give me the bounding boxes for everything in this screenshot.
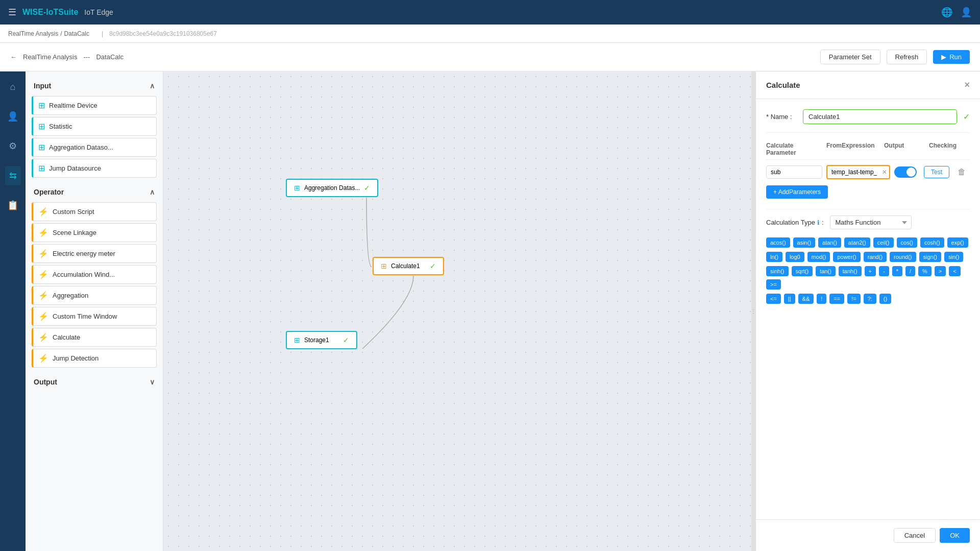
- back-arrow-icon[interactable]: ←: [10, 53, 17, 61]
- output-toggle[interactable]: [894, 166, 917, 178]
- right-panel-close-button[interactable]: ×: [964, 80, 970, 90]
- math-btn-neq[interactable]: !=: [847, 294, 860, 304]
- sidebar-item-electric-energy[interactable]: ⚡ Electric energy meter: [32, 244, 157, 263]
- math-btn-not[interactable]: !: [817, 294, 826, 304]
- breadcrumb-item1[interactable]: RealTime Analysis: [8, 30, 58, 37]
- jump-detection-icon: ⚡: [38, 353, 48, 363]
- math-btn-mod[interactable]: mod(): [807, 252, 830, 262]
- sidebar-item-aggregation[interactable]: ⚡ Aggregation: [32, 286, 157, 305]
- math-btn-eq[interactable]: ==: [829, 294, 844, 304]
- math-btn-gt[interactable]: >: [935, 266, 946, 276]
- scene-linkage-label: Scene Linkage: [53, 229, 96, 236]
- expression-clear-icon[interactable]: ✕: [882, 169, 887, 176]
- math-btn-ceil[interactable]: ceil(): [873, 237, 894, 248]
- calc-type-select[interactable]: Maths Function Custom Script: [830, 215, 912, 229]
- sidebar-item-jump-detection[interactable]: ⚡ Jump Detection: [32, 349, 157, 368]
- name-input[interactable]: [803, 109, 957, 124]
- math-buttons-row2: ln() log0 mod() power() rand() round() s…: [766, 252, 970, 262]
- math-btn-modulo[interactable]: %: [918, 266, 932, 276]
- refresh-button[interactable]: Refresh: [887, 50, 927, 64]
- operator-section-header[interactable]: Operator ∧: [32, 184, 157, 200]
- sidebar-item-statistic[interactable]: ⊞ Statistic: [32, 117, 157, 136]
- math-btn-ternary[interactable]: ?:: [864, 294, 876, 304]
- math-btn-round[interactable]: round(): [890, 252, 916, 262]
- math-btn-sinh[interactable]: sinh(): [766, 266, 789, 276]
- math-btn-divide[interactable]: /: [905, 266, 915, 276]
- param-expression-input[interactable]: [826, 165, 890, 179]
- canvas-connections: [163, 71, 751, 551]
- math-btn-plus[interactable]: +: [865, 266, 876, 276]
- math-btn-cos[interactable]: cos(): [897, 237, 917, 248]
- flow-node-calculate1[interactable]: ⊞ Calculate1 ✓: [373, 257, 444, 275]
- math-btn-acos[interactable]: acos(): [766, 237, 790, 248]
- sidebar-item-custom-time-window[interactable]: ⚡ Custom Time Window: [32, 307, 157, 326]
- math-btn-and[interactable]: &&: [798, 294, 814, 304]
- math-btn-cosh[interactable]: cosh(): [920, 237, 944, 248]
- math-btn-tanh[interactable]: tanh(): [839, 266, 862, 276]
- math-btn-or[interactable]: ||: [784, 294, 795, 304]
- math-btn-sin[interactable]: sin(): [944, 252, 963, 262]
- cancel-button[interactable]: Cancel: [894, 528, 936, 543]
- math-btn-gte[interactable]: >=: [766, 279, 781, 290]
- calc-type-info-icon[interactable]: ℹ: [817, 219, 820, 226]
- realtime-device-icon: ⊞: [38, 101, 45, 110]
- canvas-area[interactable]: ⊞ Aggregation Datas... ✓ ⊞ Calculate1 ✓ …: [163, 71, 751, 551]
- parameter-set-button[interactable]: Parameter Set: [820, 50, 880, 64]
- nav-doc-icon[interactable]: 📋: [3, 196, 22, 215]
- ok-button[interactable]: OK: [940, 528, 970, 543]
- math-btn-power[interactable]: power(): [833, 252, 860, 262]
- math-btn-log0[interactable]: log0: [786, 252, 804, 262]
- math-btn-sqrt[interactable]: sqrt(): [792, 266, 813, 276]
- math-btn-atan2[interactable]: atan2(): [844, 237, 870, 248]
- sidebar-item-accumulation-wind[interactable]: ⚡ Accumulation Wind...: [32, 265, 157, 284]
- action-nav1[interactable]: RealTime Analysis: [23, 53, 77, 61]
- name-label: * Name :: [766, 113, 797, 121]
- breadcrumb-sep1: /: [60, 30, 62, 37]
- resize-handle[interactable]: ⋮: [751, 71, 755, 551]
- custom-script-icon: ⚡: [38, 207, 48, 217]
- run-button[interactable]: ▶ Run: [933, 50, 970, 64]
- statistic-icon: ⊞: [38, 122, 45, 131]
- sidebar-item-aggregation-datasource[interactable]: ⊞ Aggregation Dataso...: [32, 138, 157, 157]
- user-icon[interactable]: 👤: [961, 7, 972, 18]
- math-btn-lte[interactable]: <=: [766, 294, 781, 304]
- sidebar-item-scene-linkage[interactable]: ⚡ Scene Linkage: [32, 223, 157, 242]
- nav-settings-icon[interactable]: ⚙: [5, 136, 21, 156]
- input-section-header[interactable]: Input ∧: [32, 78, 157, 94]
- math-btn-rand[interactable]: rand(): [864, 252, 887, 262]
- math-btn-tan[interactable]: tan(): [816, 266, 836, 276]
- breadcrumb-item2[interactable]: DataCalc: [64, 30, 89, 37]
- nav-home-icon[interactable]: ⌂: [6, 78, 20, 97]
- storage1-node-check-icon: ✓: [343, 336, 349, 344]
- math-btn-exp[interactable]: exp(): [947, 237, 968, 248]
- nav-user-icon[interactable]: 👤: [3, 107, 22, 126]
- action-nav2[interactable]: DataCalc: [96, 53, 123, 61]
- divider1: [766, 132, 970, 133]
- aggregation-node-icon: ⊞: [294, 184, 300, 192]
- breadcrumb-id: 8c9d98bc3ee54e0a9c3c191036805e67: [109, 30, 217, 37]
- math-btn-asin[interactable]: asin(): [793, 237, 816, 248]
- sidebar-item-custom-script[interactable]: ⚡ Custom Script: [32, 202, 157, 221]
- test-button[interactable]: Test: [924, 166, 949, 178]
- output-section-header[interactable]: Output ∨: [32, 374, 157, 390]
- sidebar-item-calculate[interactable]: ⚡ Calculate: [32, 328, 157, 347]
- right-panel-footer: Cancel OK: [756, 519, 980, 551]
- math-btn-atan[interactable]: atan(): [818, 237, 841, 248]
- math-btn-ln[interactable]: ln(): [766, 252, 782, 262]
- hamburger-icon[interactable]: ☰: [8, 7, 16, 18]
- math-btn-parens[interactable]: (): [879, 294, 891, 304]
- delete-param-button[interactable]: 🗑: [953, 167, 970, 177]
- globe-icon[interactable]: 🌐: [941, 7, 952, 18]
- sidebar-item-jump-datasource[interactable]: ⊞ Jump Datasource: [32, 159, 157, 178]
- math-btn-minus[interactable]: -: [879, 266, 889, 276]
- math-btn-sign[interactable]: sign(): [919, 252, 942, 262]
- calc-type-label: Calculation Type ℹ :: [766, 219, 824, 226]
- nav-link-icon[interactable]: ⇆: [5, 166, 21, 185]
- add-parameters-button[interactable]: + AddParameters: [766, 185, 828, 199]
- math-btn-multiply[interactable]: *: [892, 266, 902, 276]
- math-btn-lt[interactable]: <: [949, 266, 960, 276]
- flow-node-storage1[interactable]: ⊞ Storage1 ✓: [286, 331, 357, 349]
- sidebar-item-realtime-device[interactable]: ⊞ Realtime Device: [32, 96, 157, 115]
- flow-node-aggregation[interactable]: ⊞ Aggregation Datas... ✓: [286, 179, 378, 197]
- param-name-input[interactable]: [766, 165, 822, 179]
